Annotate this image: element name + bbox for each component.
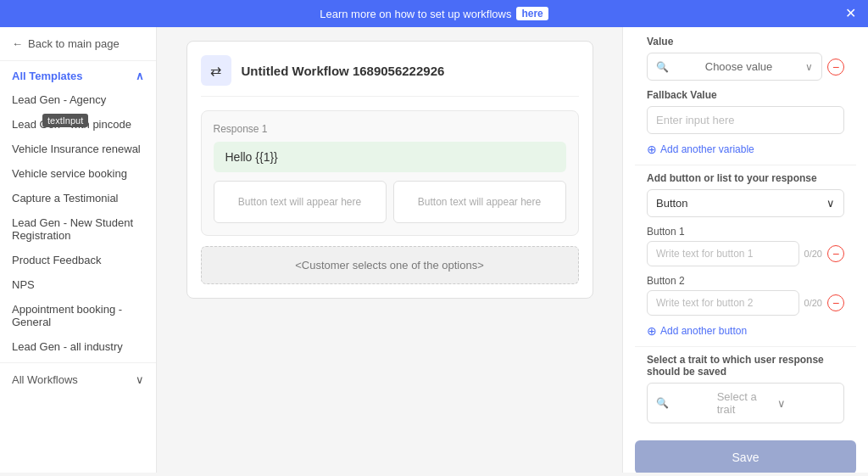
main-layout: ← Back to main page All Templates ∧ Lead…	[0, 27, 868, 473]
sidebar-item-testimonial[interactable]: Capture a Testimonial	[0, 186, 156, 210]
response-block: Response 1 Hello {{1}} Button text will …	[201, 110, 579, 236]
trait-select[interactable]: 🔍 Select a trait ∨	[647, 383, 844, 423]
workflow-header: ⇄ Untitled Workflow 1689056222926	[201, 55, 579, 97]
right-panel: Value 🔍 Choose value ∨ − Fallback Value	[622, 27, 868, 473]
sidebar-item-new-student[interactable]: Lead Gen - New Student Registration	[0, 210, 156, 248]
button-type-select[interactable]: Button ∨	[647, 189, 844, 217]
button-type-chevron-icon: ∨	[826, 197, 835, 210]
trait-chevron-icon: ∨	[777, 397, 835, 410]
add-variable-label: Add another variable	[660, 143, 754, 155]
button-option-1: Button text will appear here	[214, 181, 387, 223]
fallback-section: Fallback Value	[635, 89, 856, 134]
response-text: Hello {{1}}	[214, 142, 566, 172]
sidebar-item-lead-gen-agency[interactable]: Lead Gen - Agency	[0, 87, 156, 112]
trait-section-label: Select a trait to which user response sh…	[647, 354, 844, 378]
sidebar-item-nps[interactable]: NPS	[0, 272, 156, 297]
banner-text: Learn more on how to set up workflows	[320, 8, 511, 20]
value-label: Value	[647, 36, 844, 48]
back-link-label: Back to main page	[28, 37, 120, 50]
all-templates-label: All Templates	[12, 70, 83, 82]
workflow-card: ⇄ Untitled Workflow 1689056222926 Respon…	[186, 41, 593, 299]
chevron-down-icon: ∨	[805, 61, 813, 73]
value-row: 🔍 Choose value ∨ −	[647, 53, 844, 81]
divider-2	[635, 346, 856, 347]
trait-placeholder: Select a trait	[717, 390, 775, 416]
fallback-label: Fallback Value	[647, 89, 844, 101]
tooltip-textinput: textInput	[42, 114, 88, 127]
collapse-icon: ∧	[136, 70, 144, 82]
button2-label: Button 2	[647, 275, 844, 287]
sidebar-item-vehicle-insurance[interactable]: Vehicle Insurance renewal	[0, 137, 156, 161]
button1-section: Button 1 0/20 −	[635, 226, 856, 266]
button2-row: 0/20 −	[647, 290, 844, 316]
button-list-section: Add button or list to your response Butt…	[635, 172, 856, 217]
button-list-label: Add button or list to your response	[647, 172, 844, 184]
all-workflows-label: All Workflows	[12, 373, 78, 386]
banner-close-button[interactable]: ✕	[845, 7, 856, 20]
top-banner: Learn more on how to set up workflows he…	[0, 0, 868, 27]
sidebar-content: All Templates ∧ Lead Gen - Agency Lead G…	[0, 61, 156, 473]
remove-button2-button[interactable]: −	[827, 294, 844, 311]
sidebar-item-appointment[interactable]: Appointment booking - General	[0, 297, 156, 334]
workflow-icon: ⇄	[201, 55, 231, 86]
trait-search-icon: 🔍	[656, 397, 714, 409]
add-variable-link[interactable]: ⊕ Add another variable	[647, 143, 844, 156]
add-variable-section: ⊕ Add another variable	[635, 143, 856, 156]
fallback-input[interactable]	[647, 106, 844, 134]
button2-char-count: 0/20	[804, 298, 822, 308]
button-type-value: Button	[656, 197, 688, 210]
save-button[interactable]: Save	[635, 440, 856, 473]
value-placeholder: Choose value	[705, 60, 773, 73]
all-templates-header[interactable]: All Templates ∧	[0, 61, 156, 87]
workflow-title: Untitled Workflow 1689056222926	[242, 64, 445, 78]
sidebar-item-lead-gen-industry[interactable]: Lead Gen - all industry	[0, 334, 156, 359]
button1-input[interactable]	[647, 241, 799, 266]
button1-row: 0/20 −	[647, 241, 844, 266]
value-section: Value 🔍 Choose value ∨ −	[635, 36, 856, 81]
customer-selects: <Customer selects one of the options>	[201, 246, 579, 284]
button-options: Button text will appear here Button text…	[214, 181, 566, 223]
add-button-label: Add another button	[660, 325, 747, 337]
button1-label: Button 1	[647, 226, 844, 238]
remove-value-button[interactable]: −	[827, 59, 844, 76]
button1-char-count: 0/20	[804, 249, 822, 259]
canvas-area: ⇄ Untitled Workflow 1689056222926 Respon…	[157, 27, 622, 473]
trait-section: Select a trait to which user response sh…	[635, 354, 856, 423]
sidebar-item-vehicle-service[interactable]: Vehicle service booking	[0, 161, 156, 186]
sidebar-item-lead-gen-pincode[interactable]: Lead Gen - with pincode textInput	[0, 112, 156, 137]
value-select[interactable]: 🔍 Choose value ∨	[647, 53, 822, 81]
back-link[interactable]: ← Back to main page	[0, 27, 156, 61]
divider-1	[635, 165, 856, 165]
add-button-link[interactable]: ⊕ Add another button	[647, 324, 844, 338]
all-workflows-header[interactable]: All Workflows ∨	[0, 367, 156, 393]
button-option-2: Button text will appear here	[393, 181, 566, 223]
search-icon: 🔍	[656, 61, 669, 73]
button2-input[interactable]	[647, 290, 799, 316]
back-arrow-icon: ←	[12, 37, 23, 50]
expand-icon: ∨	[136, 373, 144, 386]
remove-button1-button[interactable]: −	[827, 245, 844, 262]
button2-section: Button 2 0/20 −	[635, 275, 856, 316]
add-button-plus-icon: ⊕	[647, 324, 657, 338]
banner-here-link[interactable]: here	[516, 7, 548, 20]
sidebar-divider	[0, 362, 156, 363]
add-button-section: ⊕ Add another button	[635, 324, 856, 338]
sidebar-item-product-feedback[interactable]: Product Feedback	[0, 248, 156, 272]
sidebar: ← Back to main page All Templates ∧ Lead…	[0, 27, 157, 473]
plus-circle-icon: ⊕	[647, 143, 657, 156]
response-label: Response 1	[214, 123, 566, 135]
right-panel-inner: Value 🔍 Choose value ∨ − Fallback Value	[623, 27, 868, 423]
